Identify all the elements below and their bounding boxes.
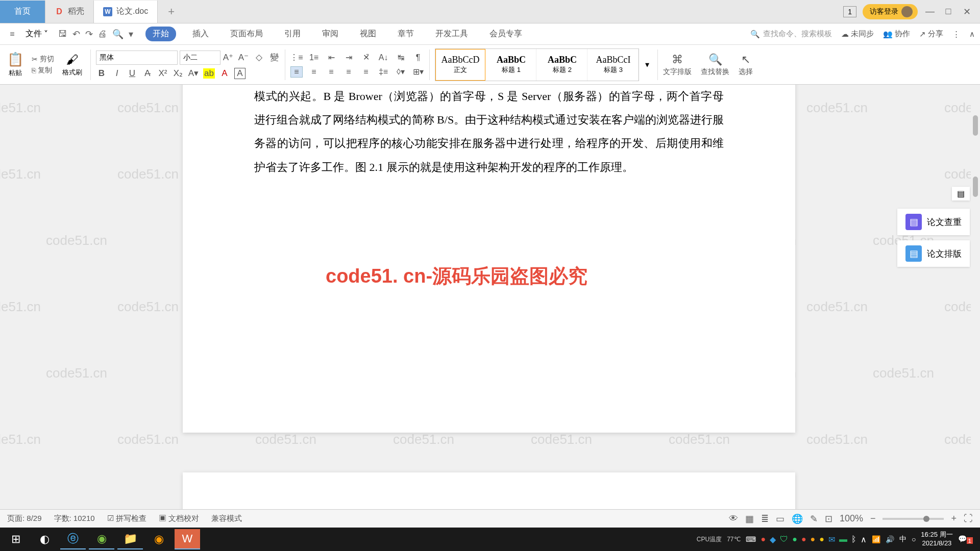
volume-icon[interactable]: 🔊 bbox=[886, 535, 894, 543]
sync-status[interactable]: ☁未同步 bbox=[841, 29, 874, 39]
login-badge[interactable]: 访客登录 bbox=[863, 4, 918, 19]
sort-icon[interactable]: A↓ bbox=[377, 52, 389, 63]
window-count-badge[interactable]: 1 bbox=[843, 6, 856, 17]
paper-check-button[interactable]: ▤论文查重 bbox=[897, 209, 970, 235]
bullets-icon[interactable]: ⋮≡ bbox=[290, 52, 303, 63]
show-marks-icon[interactable]: ¶ bbox=[412, 52, 424, 63]
zoom-out[interactable]: − bbox=[870, 513, 876, 524]
cut-button[interactable]: ✂剪切 bbox=[32, 55, 54, 64]
asian-layout-icon[interactable]: ✕̄ bbox=[360, 52, 372, 63]
undo-icon[interactable]: ↶ bbox=[72, 29, 80, 40]
superscript-button[interactable]: X² bbox=[157, 68, 168, 79]
hamburger-icon[interactable]: ≡ bbox=[5, 27, 19, 41]
zoom-in[interactable]: + bbox=[951, 513, 957, 524]
highlight-button[interactable]: ab bbox=[203, 68, 215, 79]
view-read-icon[interactable]: ▭ bbox=[776, 513, 785, 524]
style-gallery[interactable]: AaBbCcD正文 AaBbC标题 1 AaBbC标题 2 AaBbCcI标题 … bbox=[435, 48, 639, 81]
align-left-button[interactable]: ≡ bbox=[290, 66, 303, 78]
close-button[interactable]: ✕ bbox=[961, 6, 973, 17]
text-effects-button[interactable]: A▾ bbox=[188, 68, 199, 79]
bold-button[interactable]: B bbox=[96, 68, 107, 79]
underline-button[interactable]: U bbox=[127, 68, 138, 79]
menu-member[interactable]: 会员专享 bbox=[484, 27, 527, 41]
spellcheck-toggle[interactable]: ☑ 拼写检查 bbox=[107, 514, 146, 523]
grow-font-icon[interactable]: A⁺ bbox=[223, 52, 234, 63]
wifi-icon[interactable]: 📶 bbox=[872, 535, 880, 543]
app-icon[interactable]: ◉ bbox=[146, 529, 172, 549]
preview-icon[interactable]: 🔍 bbox=[112, 29, 124, 40]
menu-view[interactable]: 视图 bbox=[355, 27, 381, 41]
eye-icon[interactable]: 👁 bbox=[729, 513, 738, 524]
strike-button[interactable]: A̶ bbox=[142, 68, 153, 79]
share-button[interactable]: ↗分享 bbox=[919, 29, 943, 39]
body-text[interactable]: 模式的兴起。B 是 Brower（浏览器）的首字母，S 是 Server（服务器… bbox=[254, 85, 724, 179]
indent-inc-icon[interactable]: ⇥ bbox=[342, 52, 355, 63]
style-h3[interactable]: AaBbCcI标题 3 bbox=[589, 49, 639, 81]
tab-char-icon[interactable]: ↹ bbox=[395, 52, 407, 63]
redo-icon[interactable]: ↷ bbox=[85, 29, 93, 40]
numbering-icon[interactable]: 1≡ bbox=[308, 52, 320, 63]
style-more-icon[interactable]: ▾ bbox=[642, 60, 652, 69]
minimize-button[interactable]: — bbox=[924, 6, 936, 17]
style-normal[interactable]: AaBbCcD正文 bbox=[435, 49, 485, 81]
phonetic-icon[interactable]: 變 bbox=[268, 52, 280, 63]
align-distribute-button[interactable]: ≡ bbox=[360, 66, 372, 78]
menu-chapter[interactable]: 章节 bbox=[393, 27, 419, 41]
keyboard-icon[interactable]: ⌨ bbox=[746, 535, 756, 543]
cortana-icon[interactable]: ○ bbox=[912, 535, 916, 543]
scroll-thumb[interactable] bbox=[973, 177, 978, 197]
collapse-ribbon-icon[interactable]: ∧ bbox=[969, 30, 975, 39]
align-right-button[interactable]: ≡ bbox=[325, 66, 337, 78]
clock[interactable]: 16:25 周一2021/8/23 bbox=[921, 531, 952, 548]
shading-button[interactable]: ◊▾ bbox=[395, 66, 407, 78]
clear-format-icon[interactable]: ◇ bbox=[253, 52, 264, 63]
edit-mode-icon[interactable]: ✎ bbox=[810, 513, 818, 524]
notification-icon[interactable]: 💬1 bbox=[958, 535, 973, 544]
view-outline-icon[interactable]: ≣ bbox=[761, 513, 769, 524]
ime-indicator[interactable]: 中 bbox=[899, 535, 906, 544]
tab-daoke[interactable]: D 稻壳 bbox=[45, 1, 94, 23]
borders-button[interactable]: ⊞▾ bbox=[412, 66, 424, 78]
style-h1[interactable]: AaBbC标题 1 bbox=[486, 49, 536, 81]
word-count[interactable]: 字数: 10210 bbox=[54, 514, 95, 523]
paper-layout-button[interactable]: ▤论文排版 bbox=[897, 240, 970, 267]
obs-icon[interactable]: ◐ bbox=[32, 529, 57, 549]
start-button[interactable]: ⊞ bbox=[3, 529, 29, 549]
view-web-icon[interactable]: 🌐 bbox=[792, 513, 803, 524]
format-brush[interactable]: 🖌 格式刷 bbox=[59, 53, 85, 77]
line-spacing-button[interactable]: ‡≡ bbox=[377, 66, 389, 78]
proofread-toggle[interactable]: ▣ 文档校对 bbox=[159, 514, 199, 523]
more-qa-icon[interactable]: ▾ bbox=[129, 29, 133, 40]
document-area[interactable]: code51.cn code51.cn code51.cn code51.cn … bbox=[0, 85, 980, 528]
menu-reference[interactable]: 引用 bbox=[279, 27, 306, 41]
select-button[interactable]: ↖选择 bbox=[739, 53, 753, 77]
tray-icons[interactable]: ●◆🛡 ●●● ●✉▬ ᛒ∧ bbox=[761, 535, 867, 544]
menu-start[interactable]: 开始 bbox=[145, 27, 176, 41]
fullscreen-icon[interactable]: ⛶ bbox=[964, 513, 973, 524]
tab-document[interactable]: W 论文.doc bbox=[94, 1, 158, 23]
style-h2[interactable]: AaBbC标题 2 bbox=[537, 49, 587, 81]
menu-review[interactable]: 审阅 bbox=[317, 27, 344, 41]
font-size-select[interactable] bbox=[180, 51, 220, 65]
wps-icon[interactable]: W bbox=[175, 529, 200, 549]
page-indicator[interactable]: 页面: 8/29 bbox=[7, 514, 42, 523]
file-menu[interactable]: 文件˅ bbox=[21, 29, 52, 39]
menu-devtools[interactable]: 开发工具 bbox=[430, 27, 473, 41]
tab-home[interactable]: 首页 bbox=[0, 1, 45, 23]
panel-collapse[interactable]: ▤ bbox=[952, 187, 970, 201]
align-justify-button[interactable]: ≡ bbox=[342, 66, 355, 78]
paste-group[interactable]: 📋 粘贴 bbox=[4, 52, 27, 78]
vertical-scrollbar[interactable] bbox=[971, 85, 980, 509]
shrink-font-icon[interactable]: A⁻ bbox=[238, 52, 249, 63]
text-layout-button[interactable]: ⌘文字排版 bbox=[663, 53, 692, 77]
zoom-slider[interactable] bbox=[883, 518, 944, 520]
find-replace-button[interactable]: 🔍查找替换 bbox=[701, 53, 729, 77]
view-page-icon[interactable]: ▦ bbox=[745, 513, 754, 524]
char-border-button[interactable]: A bbox=[234, 68, 246, 79]
scroll-thumb[interactable] bbox=[973, 115, 978, 136]
tab-add[interactable]: + bbox=[158, 5, 185, 18]
explorer-icon[interactable]: 📁 bbox=[117, 529, 143, 549]
ie-icon[interactable]: ⓔ bbox=[60, 529, 86, 549]
font-color-button[interactable]: A bbox=[219, 68, 230, 79]
save-icon[interactable]: 🖫 bbox=[58, 29, 67, 40]
